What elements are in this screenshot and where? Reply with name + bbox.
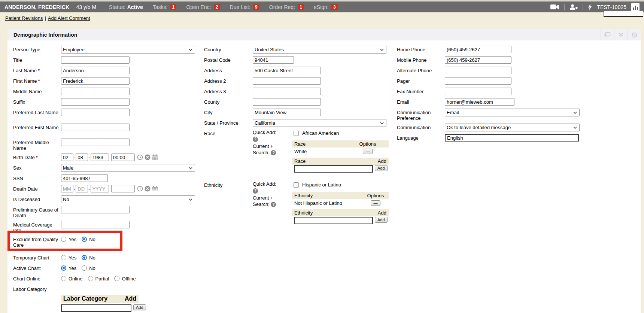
calendar-icon[interactable] [152, 186, 158, 192]
labor-category-input[interactable] [61, 304, 131, 312]
clock-icon[interactable] [137, 154, 143, 160]
field-preferred-last-name: Preferred Last Name [13, 109, 202, 121]
temporary-chart-no-radio[interactable] [82, 255, 87, 260]
field-person-type: Person Type Employee [13, 46, 202, 54]
help-icon[interactable]: ? [253, 137, 258, 142]
city-input[interactable] [253, 109, 321, 116]
esign-badge[interactable]: 3 [331, 4, 338, 10]
medical-coverage-input[interactable] [61, 221, 130, 228]
labor-add-button[interactable]: Add [133, 304, 146, 310]
first-name-input[interactable] [61, 77, 130, 85]
death-day-input[interactable] [76, 185, 88, 192]
death-month-input[interactable] [61, 185, 73, 192]
chart-online-offline-radio[interactable] [114, 276, 119, 281]
email-label: Email [397, 98, 445, 105]
ethnicity-table-col2: Options [365, 193, 386, 198]
patient-revisions-link[interactable]: Patient Revisions [5, 15, 43, 21]
calendar-icon[interactable] [152, 154, 158, 160]
ssn-input[interactable] [61, 174, 108, 182]
sex-value: Male [63, 165, 73, 171]
mobile-phone-input[interactable] [445, 56, 511, 64]
order-req-badge[interactable]: 1 [298, 4, 304, 10]
exclude-qc-no-radio[interactable] [82, 237, 87, 242]
add-alert-comment-link[interactable]: Add Alert Comment [48, 15, 90, 21]
preliminary-cause-label: Preliminary Cause of Death [13, 206, 61, 218]
preliminary-cause-input[interactable] [61, 206, 130, 213]
preferred-first-name-input[interactable] [61, 124, 130, 131]
race-add-button[interactable]: Add [375, 165, 388, 171]
birth-month-input[interactable] [61, 154, 73, 161]
chart-online-partial-radio[interactable] [88, 276, 93, 281]
preferred-last-name-label: Preferred Last Name [13, 109, 61, 115]
race-remove-button[interactable]: — [363, 149, 373, 154]
divider [564, 4, 565, 10]
address-input[interactable] [253, 67, 321, 74]
pager-input[interactable] [445, 77, 511, 85]
tasks-counter[interactable]: Tasks: 1 [153, 4, 177, 10]
address3-input[interactable] [253, 88, 321, 95]
preferred-middle-name-input[interactable] [61, 139, 130, 146]
preferred-first-name-label: Preferred First Name [13, 124, 61, 130]
person-add-icon[interactable] [569, 4, 578, 10]
active-chart-yes-radio[interactable] [61, 265, 66, 271]
preferred-last-name-input[interactable] [61, 109, 130, 116]
field-alternate-phone: Alternate Phone [397, 67, 590, 75]
clear-date-icon[interactable] [145, 154, 151, 160]
county-input[interactable] [253, 98, 321, 106]
ethnicity-add-button[interactable]: Add [375, 217, 388, 223]
death-year-input[interactable] [91, 185, 109, 192]
postal-code-label: Postal Code [204, 56, 253, 63]
open-enc-badge[interactable]: 2 [214, 4, 220, 10]
due-list-badge[interactable]: 9 [253, 4, 259, 10]
email-input[interactable] [445, 98, 514, 106]
clock-icon[interactable] [137, 186, 143, 192]
sex-select[interactable]: Male [61, 164, 195, 172]
disable-icon[interactable] [628, 29, 641, 40]
birth-year-input[interactable] [91, 154, 109, 161]
order-req-counter[interactable]: Order Req: 1 [269, 4, 304, 10]
address2-input[interactable] [253, 77, 321, 85]
active-chart-no-radio[interactable] [82, 265, 87, 271]
state-select[interactable]: California [253, 119, 386, 127]
help-icon[interactable]: ? [253, 188, 258, 194]
help-icon[interactable]: ? [271, 150, 276, 155]
race-african-american-checkbox[interactable] [294, 131, 299, 136]
person-type-select[interactable]: Employee [61, 46, 195, 54]
country-select[interactable]: United States [253, 46, 386, 54]
suffix-input[interactable] [61, 98, 130, 106]
due-list-counter[interactable]: Due List: 9 [230, 4, 259, 10]
last-name-input[interactable] [61, 67, 130, 74]
ethnicity-hispanic-checkbox[interactable] [294, 182, 299, 188]
exclude-qc-yes-radio[interactable] [61, 237, 66, 242]
lightning-icon[interactable] [588, 4, 592, 10]
middle-name-input[interactable] [61, 88, 130, 95]
fax-number-input[interactable] [445, 88, 511, 95]
video-camera-icon[interactable] [550, 4, 559, 10]
field-mobile-phone: Mobile Phone [397, 56, 590, 64]
collapse-chevrons-icon[interactable] [614, 29, 628, 40]
is-deceased-select[interactable]: No [61, 195, 195, 203]
language-input[interactable] [445, 134, 579, 142]
ethnicity-add-input[interactable] [294, 217, 373, 224]
race-add-input[interactable] [294, 165, 373, 173]
title-input[interactable] [61, 56, 130, 64]
open-enc-counter[interactable]: Open Enc: 2 [186, 4, 220, 10]
birth-day-input[interactable] [76, 154, 88, 161]
chart-online-online-radio[interactable] [61, 276, 66, 281]
communication-select[interactable]: Ok to leave detailed message [445, 124, 580, 131]
bar-chart-icon[interactable] [631, 3, 640, 11]
ethnicity-remove-button[interactable]: — [371, 200, 380, 206]
death-time-input[interactable] [111, 185, 135, 192]
communication-preference-select[interactable]: Email [445, 109, 580, 116]
esign-counter[interactable]: eSign: 3 [314, 4, 338, 10]
birth-time-input[interactable] [111, 154, 135, 161]
home-phone-input[interactable] [445, 46, 511, 53]
temporary-chart-yes-radio[interactable] [61, 255, 66, 260]
help-icon[interactable]: ? [271, 202, 276, 207]
clear-date-icon[interactable] [145, 186, 151, 192]
postal-code-input[interactable] [253, 56, 294, 64]
tasks-badge[interactable]: 1 [170, 4, 176, 10]
print-icon[interactable] [601, 29, 614, 40]
alternate-phone-input[interactable] [445, 67, 511, 74]
panel-body: Person Type Employee Title Last Name* Fi… [7, 40, 641, 313]
